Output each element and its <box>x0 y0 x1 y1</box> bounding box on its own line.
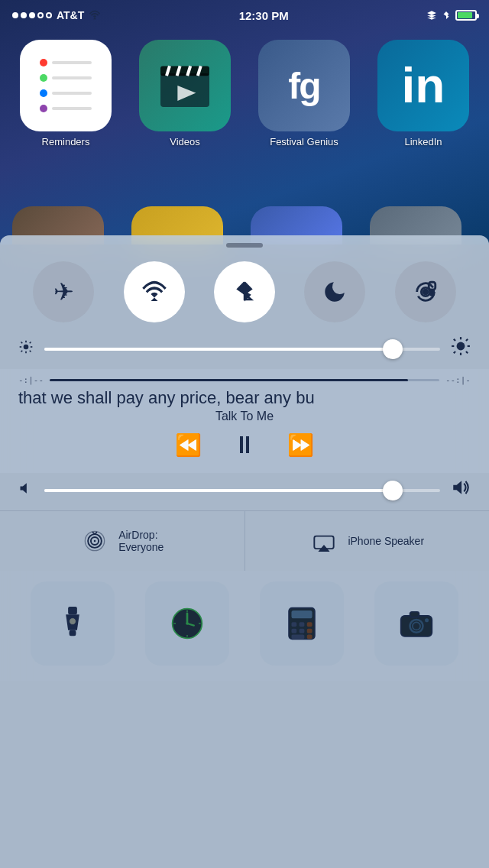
music-player: -:|-- --:|- that we shall pay any price,… <box>0 369 489 473</box>
signal-dot-3 <box>29 12 35 18</box>
speaker-low-icon <box>18 481 34 496</box>
svg-line-18 <box>21 351 23 352</box>
sun-small-icon <box>18 339 34 355</box>
control-center: ✈ <box>0 235 489 868</box>
flashlight-button[interactable] <box>31 581 115 666</box>
svg-rect-54 <box>291 629 296 633</box>
videos-label: Videos <box>170 136 200 147</box>
flashlight-icon <box>60 607 86 640</box>
svg-rect-58 <box>307 634 313 639</box>
airdrop-text: AirDrop: Everyone <box>118 529 164 553</box>
cc-handle-bar <box>226 243 263 248</box>
festival-icon-img: fg <box>258 40 350 131</box>
svg-line-27 <box>454 351 455 353</box>
music-title: Talk To Me <box>18 410 471 423</box>
svg-point-63 <box>425 618 429 622</box>
airdrop-label2: Everyone <box>118 541 164 553</box>
calculator-button[interactable] <box>260 581 344 666</box>
app-grid: Reminders Videos f <box>0 34 489 154</box>
share-row: AirDrop: Everyone iPhone Speaker <box>0 510 489 571</box>
signal-dot-5 <box>46 12 52 18</box>
svg-line-28 <box>466 339 468 341</box>
clapperboard-icon <box>154 55 215 116</box>
svg-line-16 <box>21 342 23 344</box>
svg-marker-29 <box>21 483 27 493</box>
reminders-label: Reminders <box>42 136 90 147</box>
status-bluetooth-icon <box>442 10 451 21</box>
bottom-app-shortcuts <box>0 571 489 681</box>
sun-large-icon <box>451 336 471 356</box>
cc-toggles: ✈ <box>0 252 489 332</box>
rotation-lock-icon <box>413 279 439 305</box>
cc-handle <box>0 235 489 252</box>
airdrop-icon <box>80 526 109 555</box>
svg-rect-50 <box>291 611 312 618</box>
svg-line-17 <box>30 351 31 352</box>
svg-rect-39 <box>70 630 76 636</box>
status-wifi-icon <box>89 9 101 21</box>
airplane-icon: ✈ <box>53 277 74 306</box>
svg-line-19 <box>30 342 31 344</box>
battery-fill <box>458 12 472 18</box>
camera-icon <box>400 609 433 638</box>
festival-label: Festival Genius <box>270 136 338 147</box>
homescreen: AT&T 12:30 PM <box>0 0 489 245</box>
svg-rect-52 <box>300 622 305 627</box>
linkedin-icon-img: in <box>377 40 469 131</box>
videos-icon-img <box>139 40 231 131</box>
svg-rect-62 <box>410 612 419 617</box>
svg-point-40 <box>70 618 76 625</box>
fast-forward-button[interactable]: ⏩ <box>287 432 314 458</box>
brightness-slider[interactable] <box>44 348 440 351</box>
svg-marker-30 <box>453 481 461 494</box>
play-pause-button[interactable]: ⏸ <box>232 431 257 459</box>
airplane-mode-toggle[interactable]: ✈ <box>33 261 94 322</box>
airplay-icon <box>309 526 338 555</box>
status-bar: AT&T 12:30 PM <box>0 0 489 31</box>
svg-point-33 <box>94 540 96 542</box>
airplay-button[interactable]: iPhone Speaker <box>245 511 490 571</box>
clock-button[interactable] <box>145 581 229 666</box>
progress-end: --:|- <box>445 375 471 385</box>
rotation-lock-toggle[interactable] <box>395 261 456 322</box>
status-right <box>426 10 477 21</box>
brightness-control <box>0 332 489 366</box>
app-reminders[interactable]: Reminders <box>12 40 119 147</box>
airplay-label: iPhone Speaker <box>348 535 424 547</box>
volume-max-icon <box>451 478 471 503</box>
rewind-button[interactable]: ⏪ <box>175 432 202 458</box>
airdrop-button[interactable]: AirDrop: Everyone <box>0 511 245 571</box>
camera-button[interactable] <box>374 581 458 666</box>
app-videos[interactable]: Videos <box>131 40 238 147</box>
svg-rect-53 <box>307 622 313 627</box>
progress-track[interactable] <box>50 379 439 381</box>
airdrop-label1: AirDrop: <box>118 529 164 541</box>
signal-strength <box>12 12 52 18</box>
svg-line-25 <box>454 339 455 341</box>
app-linkedin[interactable]: in LinkedIn <box>370 40 477 147</box>
svg-rect-51 <box>291 622 296 627</box>
do-not-disturb-toggle[interactable] <box>304 261 365 322</box>
reminders-icon-img <box>20 40 112 131</box>
svg-point-8 <box>423 290 428 294</box>
brightness-max-icon <box>451 336 471 361</box>
svg-rect-56 <box>307 629 313 633</box>
volume-slider[interactable] <box>44 489 440 492</box>
wifi-toggle[interactable] <box>124 261 185 322</box>
signal-dot-2 <box>21 12 27 18</box>
svg-rect-37 <box>68 607 77 614</box>
clock-icon <box>170 607 204 640</box>
status-left: AT&T <box>12 9 101 21</box>
music-lyrics: that we shall pay any price, bear any bu <box>18 388 471 408</box>
signal-dot-1 <box>12 12 18 18</box>
calculator-icon <box>287 607 316 640</box>
bluetooth-toggle[interactable] <box>214 261 275 322</box>
svg-rect-55 <box>300 629 305 633</box>
app-festival[interactable]: fg Festival Genius <box>251 40 358 147</box>
svg-point-11 <box>24 345 29 350</box>
progress-start: -:|-- <box>18 375 44 385</box>
carrier-label: AT&T <box>57 9 84 21</box>
svg-line-26 <box>466 351 468 353</box>
signal-dot-4 <box>37 12 44 18</box>
location-icon <box>426 10 437 21</box>
